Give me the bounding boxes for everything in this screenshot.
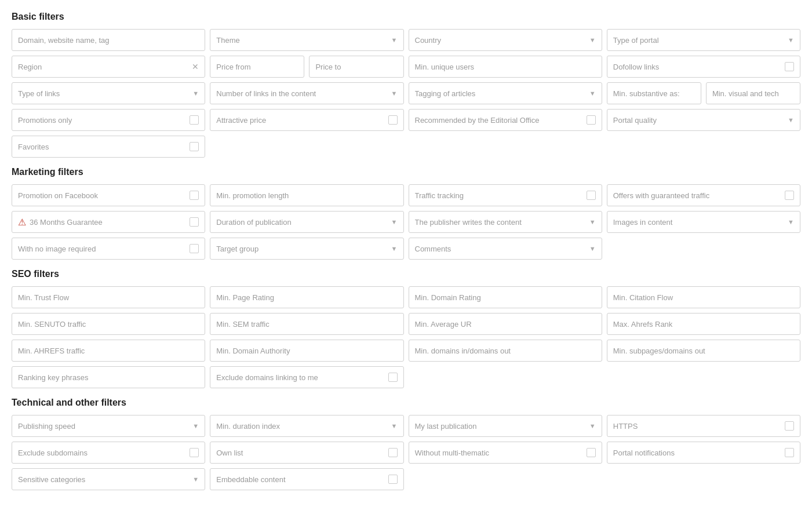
filter-row: With no image requiredTarget group▼Comme… [12,238,800,260]
checkbox-control[interactable] [388,475,398,484]
checkbox-control[interactable] [785,448,794,457]
checkbox-control[interactable] [388,448,398,457]
min-promotion-length-input[interactable]: Min. promotion length [210,184,403,206]
chevron-down-icon: ▼ [192,422,199,429]
checkbox-control[interactable] [785,191,794,200]
number-of-links-in-the-content-dropdown[interactable]: Number of links in the content▼ [210,82,403,104]
checkbox-control[interactable] [388,373,398,382]
checkbox-control[interactable] [388,115,398,125]
images-in-content-dropdown[interactable]: Images in content▼ [607,211,800,233]
min-domain-rating-input[interactable]: Min. Domain Rating [409,286,602,308]
chevron-down-icon: ▼ [589,218,596,225]
chevron-down-icon: ▼ [192,476,199,483]
checkbox-control[interactable] [785,62,794,71]
min-domain-authority-input[interactable]: Min. Domain Authority [210,340,403,362]
checkbox-control[interactable] [587,191,596,200]
price-from-input[interactable]: Price from [210,56,304,78]
portal-notifications-checkbox[interactable]: Portal notifications [607,442,800,464]
checkbox-control[interactable] [190,191,199,200]
my-last-publication-dropdown[interactable]: My last publication▼ [409,415,602,437]
filter-row: Region✕Price fromPrice toMin. unique use… [12,56,800,78]
checkbox-control[interactable] [190,448,199,457]
min-trust-flow-input[interactable]: Min. Trust Flow [12,286,205,308]
exclude-subdomains-checkbox[interactable]: Exclude subdomains [12,442,205,464]
traffic-tracking-checkbox[interactable]: Traffic tracking [409,184,602,206]
checkbox-control[interactable] [190,244,199,253]
chevron-down-icon: ▼ [589,90,596,97]
min-domains-in-domains-out-input[interactable]: Min. domains in/domains out [409,340,602,362]
https-checkbox[interactable]: HTTPS [607,415,800,437]
filter-row: Exclude subdomainsOwn listWithout multi-… [12,442,800,464]
filter-row: Promotions onlyAttractive priceRecommend… [12,109,800,131]
checkbox-control[interactable] [190,217,199,227]
filter-row: Min. SENUTO trafficMin. SEM trafficMin. … [12,313,800,335]
tagging-of-articles-dropdown[interactable]: Tagging of articles▼ [409,82,602,104]
chevron-down-icon: ▼ [589,422,596,429]
checkbox-control[interactable] [190,142,199,151]
theme-dropdown[interactable]: Theme▼ [210,29,403,51]
domain-website-name-tag-input[interactable]: Domain, website name, tag [12,29,205,51]
section-title: SEO filters [12,269,800,279]
chevron-down-icon: ▼ [391,90,398,97]
publishing-speed-dropdown[interactable]: Publishing speed▼ [12,415,205,437]
chevron-down-icon: ▼ [788,116,794,123]
min-unique-users-input[interactable]: Min. unique users [409,56,602,78]
dofollow-links-checkbox[interactable]: Dofollow links [607,56,800,78]
filters-page: Basic filtersDomain, website name, tagTh… [0,0,812,514]
guarantee-checkbox[interactable]: ⚠36 Months Guarantee [12,211,205,233]
region-input[interactable]: Region✕ [12,56,205,78]
checkbox-control[interactable] [785,421,794,431]
promotion-on-facebook-checkbox[interactable]: Promotion on Facebook [12,184,205,206]
filter-row: Favorites [12,136,800,158]
target-group-dropdown[interactable]: Target group▼ [210,238,403,260]
without-multi-thematic-checkbox[interactable]: Without multi-thematic [409,442,602,464]
chevron-down-icon: ▼ [788,37,794,43]
section-title: Basic filters [12,12,800,22]
type-of-links-dropdown[interactable]: Type of links▼ [12,82,205,104]
checkbox-control[interactable] [587,115,596,125]
filter-row: Sensitive categories▼Embeddable content [12,468,800,490]
min-substantive-input[interactable]: Min. substantive as: [607,82,701,104]
own-list-checkbox[interactable]: Own list [210,442,403,464]
min-duration-index-dropdown[interactable]: Min. duration index▼ [210,415,403,437]
section-title: Technical and other filters [12,398,800,408]
min-subpages-domains-out-input[interactable]: Min. subpages/domains out [607,340,800,362]
recommended-by-the-editorial-office-checkbox[interactable]: Recommended by the Editorial Office [409,109,602,131]
min-page-rating-input[interactable]: Min. Page Rating [210,286,403,308]
with-no-image-required-checkbox[interactable]: With no image required [12,238,205,260]
exclude-domains-linking-to-me-checkbox[interactable]: Exclude domains linking to me [210,366,403,388]
embeddable-content-checkbox[interactable]: Embeddable content [210,468,403,490]
chevron-down-icon: ▼ [391,218,398,225]
guarantee-icon: ⚠ [18,217,26,228]
filter-row: Publishing speed▼Min. duration index▼My … [12,415,800,437]
checkbox-control[interactable] [587,448,596,457]
chevron-down-icon: ▼ [192,90,199,97]
comments-dropdown[interactable]: Comments▼ [409,238,602,260]
min-senuto-traffic-input[interactable]: Min. SENUTO traffic [12,313,205,335]
min-ahrefs-traffic-input[interactable]: Min. AHREFS traffic [12,340,205,362]
ranking-key-phrases-input[interactable]: Ranking key phrases [12,366,205,388]
filter-section: SEO filtersMin. Trust FlowMin. Page Rati… [12,269,800,388]
checkbox-control[interactable] [190,115,199,125]
promotions-only-checkbox[interactable]: Promotions only [12,109,205,131]
chevron-down-icon: ▼ [589,245,596,252]
price-to-input[interactable]: Price to [309,56,403,78]
min-sem-traffic-input[interactable]: Min. SEM traffic [210,313,403,335]
offers-with-guaranteed-traffic-checkbox[interactable]: Offers with guaranteed traffic [607,184,800,206]
portal-quality-dropdown[interactable]: Portal quality▼ [607,109,800,131]
sensitive-categories-dropdown[interactable]: Sensitive categories▼ [12,468,205,490]
favorites-checkbox[interactable]: Favorites [12,136,205,158]
filter-row: Type of links▼Number of links in the con… [12,82,800,104]
clear-icon[interactable]: ✕ [192,62,199,71]
country-dropdown[interactable]: Country▼ [409,29,602,51]
the-publisher-writes-the-content-dropdown[interactable]: The publisher writes the content▼ [409,211,602,233]
filter-row: ⚠36 Months GuaranteeDuration of publicat… [12,211,800,233]
filter-row: Min. Trust FlowMin. Page RatingMin. Doma… [12,286,800,308]
max-ahrefs-rank-input[interactable]: Max. Ahrefs Rank [607,313,800,335]
type-of-portal-dropdown[interactable]: Type of portal▼ [607,29,800,51]
min-average-ur-input[interactable]: Min. Average UR [409,313,602,335]
min-visual-tech-input[interactable]: Min. visual and tech [706,82,800,104]
attractive-price-checkbox[interactable]: Attractive price [210,109,403,131]
min-citation-flow-input[interactable]: Min. Citation Flow [607,286,800,308]
duration-of-publication-dropdown[interactable]: Duration of publication▼ [210,211,403,233]
